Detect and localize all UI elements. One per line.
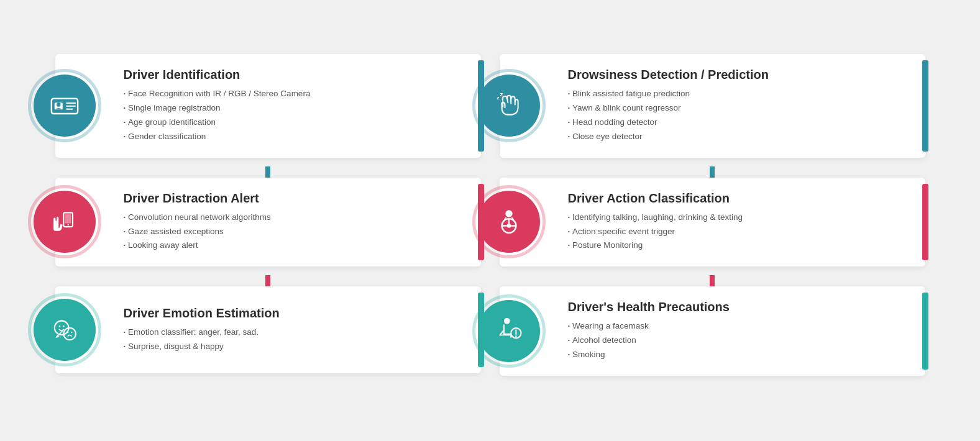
phone-icon bbox=[48, 206, 81, 238]
icon-circle-red bbox=[478, 191, 540, 253]
list-item: Single image registration bbox=[124, 101, 466, 116]
icon-circle-teal: z z bbox=[478, 75, 540, 137]
list-item: Looking away alert bbox=[124, 239, 466, 253]
svg-point-10 bbox=[58, 325, 60, 327]
accent-bar bbox=[922, 293, 928, 370]
card-content: Driver Distraction Alert Convolution neu… bbox=[55, 178, 481, 267]
list-item: Convolution neural network algorithms bbox=[124, 211, 466, 225]
svg-point-20 bbox=[506, 224, 511, 229]
list-item: Blink assisted fatigue prediction bbox=[568, 87, 910, 101]
emotion-icon bbox=[48, 314, 81, 346]
svg-text:z: z bbox=[500, 91, 503, 98]
card-title: Driver's Health Precautions bbox=[568, 300, 910, 314]
card-title: Driver Action Classification bbox=[568, 191, 910, 206]
card-list: Blink assisted fatigue prediction Yawn &… bbox=[568, 87, 910, 144]
svg-point-14 bbox=[71, 332, 72, 333]
list-item: Age group identification bbox=[124, 116, 466, 130]
list-item: Action specific event trigger bbox=[568, 225, 910, 239]
list-item: Close eye detector bbox=[568, 130, 910, 144]
card-title: Drowsiness Detection / Prediction bbox=[568, 68, 910, 82]
svg-point-5 bbox=[57, 102, 61, 107]
card-driver-distraction: Driver Distraction Alert Convolution neu… bbox=[55, 178, 481, 267]
card-driver-action: Driver Action Classification Identifying… bbox=[500, 178, 925, 267]
card-list: Convolution neural network algorithms Ga… bbox=[124, 211, 466, 253]
list-item: Face Recognition with IR / RGB / Stereo … bbox=[124, 87, 466, 101]
svg-point-18 bbox=[505, 211, 512, 217]
accent-bar bbox=[922, 60, 928, 152]
card-driver-identification: Driver Identification Face Recognition w… bbox=[55, 54, 481, 158]
icon-circle-teal bbox=[34, 75, 96, 137]
svg-text:z: z bbox=[497, 95, 499, 101]
icon-circle-teal2 bbox=[478, 300, 540, 362]
card-list: Face Recognition with IR / RGB / Stereo … bbox=[124, 87, 466, 144]
card-drowsiness: z z Drowsiness Detection / Prediction Bl… bbox=[500, 54, 925, 158]
list-item: Yawn & blink count regressor bbox=[568, 101, 910, 116]
card-list: Identifying talking, laughing, drinking … bbox=[568, 211, 910, 253]
main-container: Driver Identification Face Recognition w… bbox=[55, 54, 925, 387]
left-column: Driver Identification Face Recognition w… bbox=[55, 54, 481, 387]
card-content: Drowsiness Detection / Prediction Blink … bbox=[500, 54, 925, 158]
card-list: Emotion classifier: anger, fear, sad. Su… bbox=[124, 325, 466, 354]
card-content: Driver Identification Face Recognition w… bbox=[55, 54, 481, 158]
svg-point-8 bbox=[67, 224, 68, 225]
card-list: Wearing a facemask Alcohol detection Smo… bbox=[568, 319, 910, 362]
list-item: Alcohol detection bbox=[568, 334, 910, 348]
right-column: z z Drowsiness Detection / Prediction Bl… bbox=[500, 54, 925, 387]
health-icon bbox=[493, 315, 525, 347]
svg-point-9 bbox=[54, 321, 68, 335]
card-title: Driver Distraction Alert bbox=[124, 191, 466, 206]
list-item: Identifying talking, laughing, drinking … bbox=[568, 211, 910, 225]
icon-circle-teal2 bbox=[34, 299, 96, 361]
list-item: Head nodding detector bbox=[568, 116, 910, 130]
icon-circle-red bbox=[34, 191, 96, 253]
card-title: Driver Identification bbox=[124, 68, 466, 82]
card-title: Driver Emotion Estimation bbox=[124, 306, 466, 321]
svg-rect-7 bbox=[65, 214, 71, 224]
driver-icon bbox=[493, 206, 525, 238]
card-driver-emotion: Driver Emotion Estimation Emotion classi… bbox=[55, 286, 481, 373]
svg-point-27 bbox=[515, 335, 516, 337]
card-content: Driver Emotion Estimation Emotion classi… bbox=[55, 286, 481, 373]
list-item: Gender classification bbox=[124, 130, 466, 144]
list-item: Posture Monitoring bbox=[568, 239, 910, 253]
card-content: Driver Action Classification Identifying… bbox=[500, 178, 925, 267]
list-item: Gaze assisted exceptions bbox=[124, 225, 466, 239]
hand-wave-icon: z z bbox=[493, 89, 525, 122]
list-item: Wearing a facemask bbox=[568, 319, 910, 334]
svg-point-24 bbox=[503, 318, 510, 324]
list-item: Emotion classifier: anger, fear, sad. bbox=[124, 325, 466, 340]
card-content: Driver's Health Precautions Wearing a fa… bbox=[500, 286, 925, 376]
list-item: Smoking bbox=[568, 348, 910, 362]
list-item: Surprise, disgust & happy bbox=[124, 340, 466, 354]
card-health-precautions: Driver's Health Precautions Wearing a fa… bbox=[500, 286, 925, 376]
id-icon bbox=[48, 89, 81, 122]
accent-bar bbox=[922, 184, 928, 261]
svg-point-11 bbox=[63, 325, 64, 327]
svg-point-13 bbox=[66, 332, 68, 333]
